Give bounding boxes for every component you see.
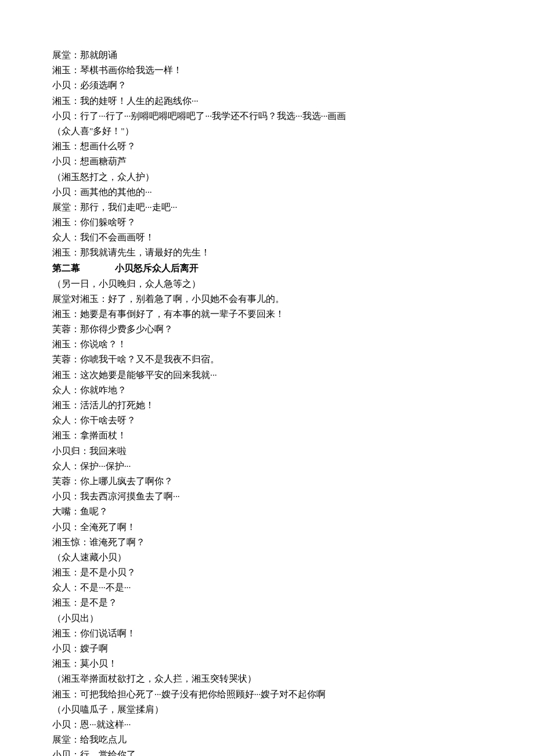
script-line: 小贝：我去西凉河摸鱼去了啊··· (52, 489, 482, 504)
script-line: （湘玉怒打之，众人护） (52, 170, 482, 185)
script-line: 湘玉：拿擀面杖！ (52, 428, 482, 443)
script-line: 展堂：那行，我们走吧···走吧··· (52, 200, 482, 215)
script-line: 湘玉：你说啥？！ (52, 337, 482, 352)
script-line: 小贝归：我回来啦 (52, 444, 482, 459)
script-line: 众人：保护···保护··· (52, 459, 482, 474)
script-line: （小贝出） (52, 611, 482, 626)
script-line: 芙蓉：你唬我干啥？又不是我夜不归宿。 (52, 352, 482, 367)
script-line: 小贝：恩···就这样··· (52, 717, 482, 732)
script-line: 小贝：行了···行了···别嘚吧嘚吧嘚吧了···我学还不行吗？我选···我选··… (52, 109, 482, 124)
script-line: （另一日，小贝晚归，众人急等之） (52, 276, 482, 291)
script-line: 湘玉：琴棋书画你给我选一样！ (52, 63, 482, 78)
script-line: 小贝：画其他的其他的··· (52, 185, 482, 200)
script-line: 芙蓉：你上哪儿疯去了啊你？ (52, 474, 482, 489)
script-line: 小贝：想画糖葫芦 (52, 154, 482, 169)
script-line: 芙蓉：那你得少费多少心啊？ (52, 322, 482, 337)
act-heading: 第二幕小贝怒斥众人后离开 (52, 261, 482, 276)
act-title: 小贝怒斥众人后离开 (115, 263, 199, 273)
script-line: （小贝嗑瓜子，展堂揉肩） (52, 702, 482, 717)
act-number: 第二幕 (52, 263, 80, 273)
script-line: 大嘴：鱼呢？ (52, 504, 482, 519)
script-line: 小贝：嫂子啊 (52, 641, 482, 656)
script-line: 众人：我们不会画画呀！ (52, 230, 482, 245)
script-line: 湘玉：这次她要是能够平安的回来我就··· (52, 368, 482, 383)
script-line: 众人：你就咋地？ (52, 383, 482, 398)
script-line: 展堂：给我吃点儿 (52, 732, 482, 747)
script-line: 湘玉：活活儿的打死她！ (52, 398, 482, 413)
script-line: 展堂：那就朗诵 (52, 48, 482, 63)
script-line: （众人喜"多好！"） (52, 124, 482, 139)
script-line: 湘玉：那我就请先生，请最好的先生！ (52, 245, 482, 260)
script-line: 小贝：全淹死了啊！ (52, 520, 482, 535)
script-line: 众人：你干啥去呀？ (52, 413, 482, 428)
script-line: 众人：不是···不是··· (52, 580, 482, 595)
script-line: 湘玉：是不是小贝？ (52, 565, 482, 580)
script-line: 湘玉：你们躲啥呀？ (52, 215, 482, 230)
script-line: （众人速藏小贝） (52, 550, 482, 565)
script-line: 小贝：行，赏给你了 (52, 747, 482, 756)
script-line: （湘玉举擀面杖欲打之，众人拦，湘玉突转哭状） (52, 671, 482, 686)
script-line: 湘玉：她要是有事倒好了，有本事的就一辈子不要回来！ (52, 307, 482, 322)
script-line: 湘玉：我的娃呀！人生的起跑线你··· (52, 93, 482, 109)
script-line: 展堂对湘玉：好了，别着急了啊，小贝她不会有事儿的。 (52, 291, 482, 307)
script-line: 湘玉惊：谁淹死了啊？ (52, 535, 482, 550)
script-line: 湘玉：是不是？ (52, 595, 482, 610)
script-line: 小贝：必须选啊？ (52, 78, 482, 93)
script-line: 湘玉：可把我给担心死了···嫂子没有把你给照顾好···嫂子对不起你啊 (52, 687, 482, 702)
script-line: 湘玉：莫小贝！ (52, 656, 482, 671)
script-line: 湘玉：你们说话啊！ (52, 626, 482, 641)
script-line: 湘玉：想画什么呀？ (52, 139, 482, 154)
